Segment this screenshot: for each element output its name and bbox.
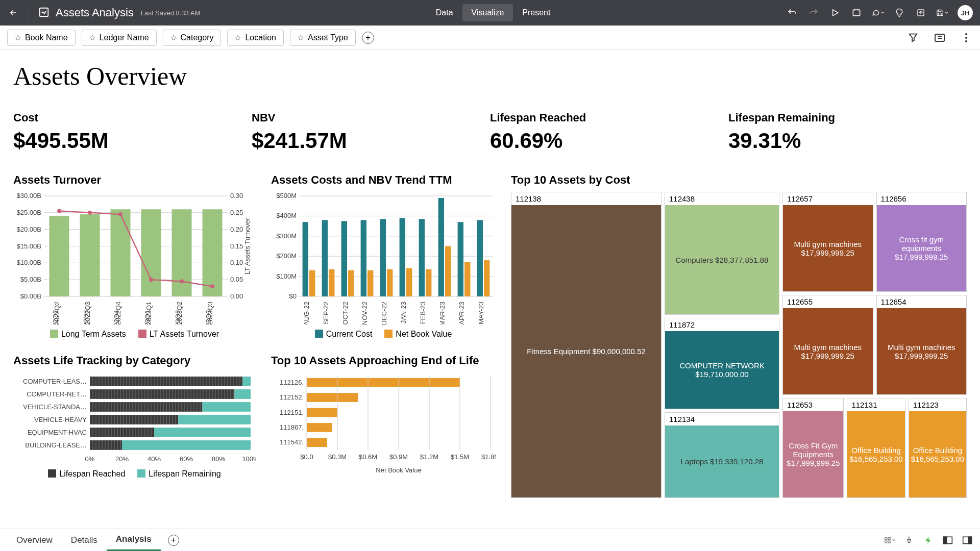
tile-label: Computers $28,377,851.88 — [676, 256, 769, 264]
svg-rect-292 — [341, 221, 347, 296]
treemap-tile[interactable]: 112131 Office Building$16,565,253.00 — [847, 398, 905, 498]
svg-rect-286 — [303, 222, 308, 296]
chart-life-tracking[interactable]: Assets Life Tracking by Category COMPUTE… — [13, 354, 256, 479]
chip-label: Category — [181, 33, 214, 42]
svg-rect-29 — [50, 216, 69, 296]
treemap-tile[interactable]: 112123 Office Building$16,565,253.00 — [909, 398, 967, 498]
chart-assets-turnover[interactable]: Assets Turnover $0.00B$5.00B$10.00B$15.0… — [13, 173, 256, 339]
chart-title: Assets Turnover — [13, 173, 256, 187]
bulb-icon[interactable] — [893, 7, 905, 19]
tile-id: 112438 — [665, 192, 779, 205]
footer-tab-details[interactable]: Details — [62, 530, 107, 550]
svg-rect-35 — [111, 209, 131, 296]
svg-rect-198 — [90, 415, 178, 424]
tab-visualize[interactable]: Visualize — [462, 4, 513, 21]
footer-tabs: Overview Details Analysis + — [0, 529, 980, 551]
pin-icon[interactable] — [903, 535, 915, 546]
svg-text:2022Q4: 2022Q4 — [114, 302, 122, 324]
chart-eol[interactable]: Top 10 Assets Approaching End of Life 11… — [271, 354, 496, 477]
chart-costs-nbv[interactable]: Assets Costs and NBV Trend TTM $0$100M$2… — [271, 173, 496, 339]
treemap-tile[interactable]: 112438 Computers $28,377,851.88 — [665, 192, 779, 315]
svg-text:$300M: $300M — [276, 232, 297, 240]
export-icon[interactable] — [915, 7, 927, 19]
svg-text:JAN-23: JAN-23 — [400, 302, 407, 323]
svg-rect-2 — [853, 10, 860, 16]
tile-value: $17,999,999.25 — [895, 352, 948, 360]
tile-label: Multi gym machines — [888, 343, 955, 352]
svg-text:$5.00B: $5.00B — [20, 276, 41, 283]
add-canvas-button[interactable]: + — [168, 535, 179, 546]
footer-tab-analysis[interactable]: Analysis — [107, 529, 161, 551]
svg-rect-310 — [458, 222, 463, 296]
footer-tab-overview[interactable]: Overview — [7, 530, 62, 550]
layout-left-icon[interactable] — [942, 535, 953, 546]
svg-text:MAR-23: MAR-23 — [438, 302, 446, 324]
treemap-tile[interactable]: 112653 Cross Fit Gym Equipments$17,999,9… — [782, 398, 844, 498]
legend-label: Net Book Value — [396, 330, 452, 338]
layout-right-icon[interactable] — [962, 535, 973, 546]
svg-text:LT Assets Turnover: LT Assets Turnover — [243, 217, 251, 274]
svg-text:$0.0: $0.0 — [300, 453, 313, 461]
treemap-tile[interactable]: 112654 Multi gym machines$17,999,999.25 — [876, 295, 967, 395]
svg-rect-158 — [90, 402, 203, 412]
chart-top10-cost[interactable]: Top 10 Assets by Cost 112138 Fitness Equ… — [511, 173, 967, 498]
svg-text:$1.5M: $1.5M — [451, 453, 469, 461]
svg-point-5 — [965, 33, 967, 35]
redo-icon[interactable] — [807, 7, 820, 19]
svg-text:0.00: 0.00 — [230, 292, 243, 300]
refresh-icon[interactable] — [850, 7, 863, 19]
workbook-title: Assets Analysis — [56, 6, 134, 19]
svg-text:2022Q3: 2022Q3 — [84, 302, 91, 324]
svg-rect-108 — [235, 389, 251, 399]
tab-data[interactable]: Data — [427, 4, 462, 21]
kpi-value: 39.31% — [728, 129, 967, 153]
filter-icon[interactable] — [906, 31, 920, 44]
grid-icon[interactable] — [884, 535, 895, 546]
kpi-value: $241.57M — [252, 129, 490, 153]
filter-chip-book-name[interactable]: Book Name — [7, 30, 76, 46]
svg-marker-1 — [832, 10, 838, 16]
add-filter-button[interactable]: + — [362, 32, 374, 44]
treemap-tile[interactable]: 112656 Cross fit gym equipments$17,999,9… — [876, 192, 967, 292]
auto-insights-icon[interactable] — [933, 31, 946, 44]
svg-rect-44 — [203, 209, 223, 296]
play-icon[interactable] — [829, 7, 841, 19]
kpi-lifespan-reached: Lifespan Reached 60.69% — [490, 111, 728, 153]
filter-chip-ledger-name[interactable]: Ledger Name — [82, 30, 157, 46]
treemap-tile[interactable]: 111872 COMPUTER NETWORK$19,710,000.00 — [665, 318, 779, 409]
svg-text:2023Q2: 2023Q2 — [176, 302, 183, 324]
comment-icon[interactable] — [872, 7, 884, 19]
tile-id: 112656 — [877, 192, 967, 205]
tile-id: 112654 — [877, 295, 967, 308]
treemap-tile[interactable]: 112655 Multi gym machines$17,999,999.25 — [782, 295, 873, 395]
filter-chip-asset-type[interactable]: Asset Type — [290, 30, 356, 46]
tile-id: 112123 — [909, 398, 966, 411]
svg-rect-298 — [380, 219, 386, 296]
tile-label: Laptops $19,339,120.28 — [681, 457, 764, 466]
svg-rect-314 — [484, 260, 489, 296]
kpi-value: $495.55M — [13, 129, 252, 153]
filter-chip-location[interactable]: Location — [227, 30, 284, 46]
treemap-tile[interactable]: 112657 Multi gym machines$17,999,999.25 — [782, 192, 873, 292]
last-saved: Last Saved 8:33 AM — [141, 9, 200, 17]
tile-id: 112657 — [783, 192, 873, 205]
svg-text:112126,: 112126, — [280, 379, 304, 386]
more-icon[interactable] — [960, 31, 973, 44]
undo-icon[interactable] — [786, 7, 798, 19]
tab-present[interactable]: Present — [513, 4, 559, 21]
bolt-icon[interactable] — [923, 535, 934, 546]
treemap-tile[interactable]: 112134 Laptops $19,339,120.28 — [665, 412, 779, 498]
svg-text:$10.00B: $10.00B — [17, 259, 41, 266]
tile-value: $16,565,253.00 — [849, 455, 902, 463]
svg-text:0.25: 0.25 — [230, 209, 243, 216]
user-avatar[interactable]: JH — [958, 5, 973, 20]
svg-rect-231 — [154, 428, 251, 437]
svg-text:100%: 100% — [242, 455, 256, 463]
tile-label: Multi gym machines — [794, 240, 862, 248]
tile-id: 112131 — [847, 398, 904, 411]
filter-chip-category[interactable]: Category — [163, 30, 222, 46]
treemap-tile[interactable]: 112138 Fitness Equipment $90,000,000.52 — [511, 192, 662, 498]
back-button[interactable] — [7, 7, 19, 19]
svg-text:$0.3M: $0.3M — [328, 453, 347, 461]
save-icon[interactable] — [936, 7, 948, 19]
